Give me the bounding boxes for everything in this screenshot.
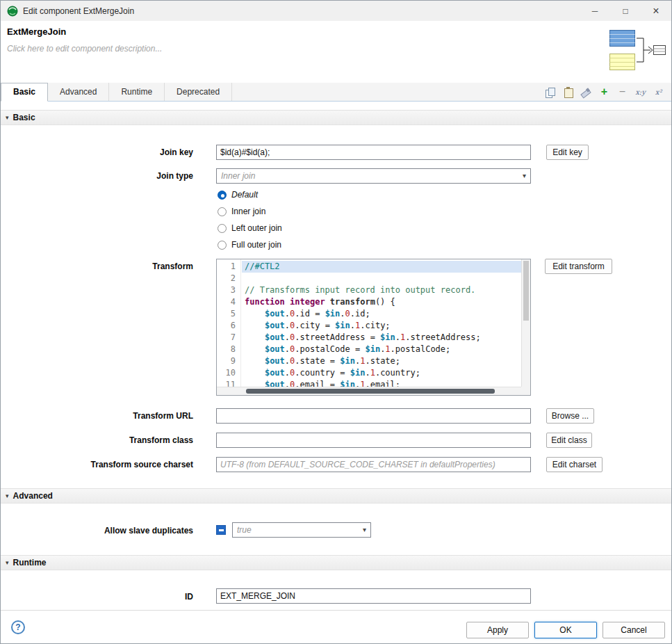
add-property-icon[interactable]: + — [598, 86, 610, 98]
code-line: $out.0.city = $in.1.city; — [242, 320, 521, 332]
tab-deprecated[interactable]: Deprecated — [165, 83, 232, 101]
copy-icon[interactable] — [544, 86, 556, 98]
chevron-down-icon: ▾ — [363, 526, 366, 533]
scrollbar-corner — [521, 387, 530, 395]
transform-source-charset-label: Transform source charset — [6, 460, 193, 469]
code-line: //#CTL2 — [242, 261, 521, 273]
ok-button[interactable]: OK — [534, 622, 597, 638]
vertical-scroll-thumb[interactable] — [523, 261, 529, 321]
code-line: // Transforms input record into output r… — [242, 284, 521, 296]
allow-slave-duplicates-dropdown[interactable]: true ▾ — [232, 522, 371, 538]
window-controls: ─ □ × — [580, 1, 671, 21]
code-line: $out.0.email = $in.1.email; — [242, 379, 521, 387]
line-number: 11 — [217, 379, 240, 387]
tab-runtime[interactable]: Runtime — [109, 83, 165, 101]
line-number: 9 — [217, 355, 240, 367]
id-input[interactable] — [216, 588, 531, 604]
radio-selected-icon — [218, 191, 227, 200]
apply-button[interactable]: Apply — [466, 622, 529, 638]
line-number: 1 — [217, 261, 240, 273]
code-line: $out.0.postalCode = $in.1.postalCode; — [242, 344, 521, 355]
code-line: $out.0.id = $in.0.id; — [242, 308, 521, 320]
line-number: 4 — [217, 296, 240, 308]
remove-property-icon[interactable]: − — [616, 86, 628, 98]
merge-join-component-icon — [609, 29, 667, 73]
line-number: 8 — [217, 344, 240, 355]
properties-toolbar: + − x:y x² — [544, 83, 671, 101]
cancel-button[interactable]: Cancel — [603, 622, 665, 638]
transform-url-label: Transform URL — [6, 411, 193, 421]
minimize-icon[interactable]: ─ — [580, 1, 610, 21]
radio-icon — [218, 241, 227, 250]
edit-charset-button[interactable]: Edit charset — [546, 457, 603, 472]
code-gutter: 1234567891011 — [217, 259, 241, 387]
join-type-option-left-outer[interactable]: Left outer join — [218, 222, 282, 234]
edit-component-dialog: Edit component ExtMergeJoin ─ □ × ExtMer… — [0, 0, 672, 644]
collapse-icon: ▾ — [6, 559, 9, 566]
toggle-names-icon[interactable]: x:y — [634, 86, 646, 98]
edit-class-button[interactable]: Edit class — [546, 433, 592, 448]
id-label: ID — [6, 592, 193, 602]
join-type-option-full-outer[interactable]: Full outer join — [218, 239, 281, 251]
code-vertical-scrollbar[interactable] — [521, 259, 530, 387]
section-header-runtime[interactable]: ▾ Runtime — [1, 555, 671, 570]
code-line: $out.0.country = $in.1.country; — [242, 367, 521, 379]
allow-slave-duplicates-checkbox[interactable] — [216, 525, 226, 535]
toggle-resolved-icon[interactable]: x² — [653, 86, 664, 98]
title-bar[interactable]: Edit component ExtMergeJoin ─ □ × — [1, 1, 671, 21]
line-number: 10 — [217, 367, 240, 379]
join-type-label: Join type — [6, 171, 193, 181]
transform-class-input[interactable] — [216, 433, 531, 448]
join-type-option-default[interactable]: Default — [218, 188, 258, 201]
chevron-down-icon: ▾ — [523, 172, 526, 179]
help-icon[interactable]: ? — [11, 620, 25, 634]
code-horizontal-scrollbar[interactable] — [217, 387, 521, 395]
allow-slave-duplicates-label: Allow slave duplicates — [6, 526, 193, 536]
join-key-label: Join key — [6, 147, 193, 157]
join-key-input[interactable] — [216, 145, 531, 160]
collapse-icon: ▾ — [6, 492, 9, 499]
edit-transform-button[interactable]: Edit transform — [545, 259, 612, 274]
close-icon[interactable]: × — [641, 1, 671, 21]
line-number: 2 — [217, 273, 240, 284]
maximize-icon[interactable]: □ — [610, 1, 641, 21]
app-logo-icon — [7, 6, 18, 17]
reset-icon[interactable] — [580, 86, 592, 98]
tab-advanced[interactable]: Advanced — [48, 83, 109, 101]
horizontal-scroll-thumb[interactable] — [246, 389, 495, 394]
footer: ? Apply OK Cancel — [1, 610, 671, 644]
paste-icon[interactable] — [562, 86, 574, 98]
transform-source-charset-input[interactable] — [216, 457, 531, 472]
line-number: 7 — [217, 332, 240, 344]
page-title: ExtMergeJoin — [7, 26, 66, 37]
section-header-advanced[interactable]: ▾ Advanced — [1, 488, 671, 504]
join-type-value: Inner join — [221, 171, 255, 181]
window-title: Edit component ExtMergeJoin — [23, 6, 134, 16]
radio-icon — [218, 207, 227, 216]
allow-slave-duplicates-value: true — [237, 525, 252, 535]
component-description-placeholder[interactable]: Click here to edit component description… — [7, 44, 162, 54]
collapse-icon: ▾ — [6, 114, 9, 121]
transform-code-editor[interactable]: 1234567891011 //#CTL2// Transforms input… — [216, 259, 531, 396]
line-number: 3 — [217, 284, 240, 296]
join-type-option-inner[interactable]: Inner join — [218, 205, 265, 218]
code-line: function integer transform() { — [242, 296, 521, 308]
transform-class-label: Transform class — [6, 435, 193, 445]
tab-bar: Basic Advanced Runtime Deprecated + − x:… — [1, 83, 671, 102]
section-header-basic[interactable]: ▾ Basic — [1, 110, 671, 125]
radio-icon — [218, 224, 227, 233]
code-line: $out.0.state = $in.1.state; — [242, 355, 521, 367]
tab-basic[interactable]: Basic — [1, 83, 48, 102]
join-type-dropdown[interactable]: Inner join ▾ — [216, 168, 531, 184]
edit-key-button[interactable]: Edit key — [546, 145, 589, 160]
transform-url-input[interactable] — [216, 408, 531, 424]
browse-button[interactable]: Browse ... — [546, 408, 594, 424]
code-lines[interactable]: //#CTL2// Transforms input record into o… — [242, 259, 521, 387]
transform-label: Transform — [6, 261, 193, 271]
line-number: 5 — [217, 308, 240, 320]
code-line: $out.0.streetAddress = $in.1.streetAddre… — [242, 332, 521, 344]
line-number: 6 — [217, 320, 240, 332]
code-line — [242, 273, 521, 284]
